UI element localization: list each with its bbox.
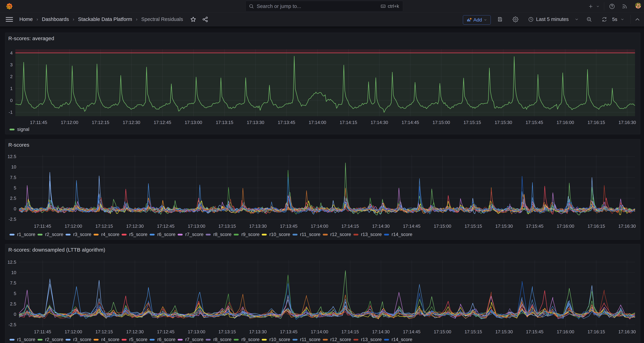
- svg-text:17:12:45: 17:12:45: [157, 223, 174, 229]
- svg-text:17:13:15: 17:13:15: [218, 329, 236, 334]
- svg-text:17:12:15: 17:12:15: [95, 223, 113, 229]
- svg-text:17:14:15: 17:14:15: [341, 329, 359, 334]
- svg-text:17:12:30: 17:12:30: [123, 120, 140, 125]
- svg-text:17:12:15: 17:12:15: [92, 120, 109, 125]
- svg-text:17:15:30: 17:15:30: [494, 120, 512, 125]
- svg-text:17:16:30: 17:16:30: [618, 329, 636, 334]
- svg-text:17:12:30: 17:12:30: [126, 329, 144, 334]
- svg-text:17:16:30: 17:16:30: [618, 120, 636, 125]
- svg-text:17:13:45: 17:13:45: [280, 223, 297, 229]
- svg-text:17:12:00: 17:12:00: [64, 223, 82, 229]
- svg-text:17:14:45: 17:14:45: [402, 120, 419, 125]
- svg-text:17:13:30: 17:13:30: [249, 329, 266, 334]
- svg-text:1: 1: [10, 86, 13, 91]
- svg-text:17:15:00: 17:15:00: [432, 120, 450, 125]
- svg-text:-1: -1: [9, 110, 13, 115]
- svg-text:17:11:45: 17:11:45: [30, 120, 47, 125]
- svg-text:17:13:00: 17:13:00: [188, 329, 205, 334]
- svg-text:-2.5: -2.5: [8, 217, 16, 222]
- svg-text:5: 5: [14, 291, 16, 296]
- svg-text:17:13:15: 17:13:15: [218, 223, 236, 229]
- svg-text:17:14:30: 17:14:30: [372, 223, 390, 229]
- svg-text:17:12:00: 17:12:00: [61, 120, 78, 125]
- svg-text:17:13:30: 17:13:30: [247, 120, 264, 125]
- svg-text:0: 0: [14, 312, 16, 317]
- svg-text:12.5: 12.5: [8, 154, 16, 159]
- svg-text:17:16:00: 17:16:00: [557, 329, 574, 334]
- svg-text:10: 10: [11, 164, 16, 170]
- svg-text:0: 0: [14, 206, 16, 211]
- svg-text:2: 2: [10, 74, 13, 79]
- svg-text:3: 3: [10, 62, 13, 67]
- svg-text:17:15:00: 17:15:00: [434, 329, 451, 334]
- svg-text:17:14:30: 17:14:30: [372, 329, 390, 334]
- svg-text:17:13:30: 17:13:30: [249, 223, 266, 229]
- svg-text:5: 5: [14, 185, 16, 190]
- svg-text:17:16:15: 17:16:15: [588, 329, 605, 334]
- svg-text:17:14:00: 17:14:00: [311, 329, 328, 334]
- svg-text:17:14:45: 17:14:45: [403, 223, 420, 229]
- svg-text:17:14:15: 17:14:15: [340, 120, 357, 125]
- svg-text:17:15:30: 17:15:30: [495, 223, 513, 229]
- svg-text:7.5: 7.5: [10, 175, 16, 180]
- svg-text:17:14:00: 17:14:00: [308, 120, 326, 125]
- svg-text:2.5: 2.5: [10, 301, 16, 306]
- svg-text:17:14:00: 17:14:00: [311, 223, 328, 229]
- svg-text:17:14:30: 17:14:30: [370, 120, 388, 125]
- svg-text:17:16:15: 17:16:15: [588, 223, 605, 229]
- svg-text:10: 10: [11, 270, 16, 275]
- svg-text:17:11:45: 17:11:45: [34, 223, 51, 229]
- svg-text:17:13:45: 17:13:45: [280, 329, 297, 334]
- svg-text:17:15:45: 17:15:45: [526, 223, 543, 229]
- svg-text:17:12:30: 17:12:30: [126, 223, 144, 229]
- svg-text:17:15:45: 17:15:45: [526, 329, 543, 334]
- svg-text:17:15:15: 17:15:15: [464, 223, 482, 229]
- svg-text:17:13:15: 17:13:15: [216, 120, 233, 125]
- svg-text:17:15:45: 17:15:45: [526, 120, 543, 125]
- svg-text:17:13:45: 17:13:45: [278, 120, 295, 125]
- svg-text:17:12:45: 17:12:45: [157, 329, 174, 334]
- svg-text:17:14:45: 17:14:45: [403, 329, 420, 334]
- svg-text:17:16:00: 17:16:00: [556, 120, 574, 125]
- svg-text:17:12:45: 17:12:45: [154, 120, 171, 125]
- svg-text:17:16:15: 17:16:15: [588, 120, 605, 125]
- svg-text:-2.5: -2.5: [8, 322, 16, 327]
- svg-text:17:14:15: 17:14:15: [341, 223, 359, 229]
- svg-text:17:11:45: 17:11:45: [34, 329, 51, 334]
- svg-text:12.5: 12.5: [8, 259, 16, 265]
- svg-text:17:12:15: 17:12:15: [95, 329, 113, 334]
- svg-text:17:15:00: 17:15:00: [434, 223, 451, 229]
- svg-text:17:15:15: 17:15:15: [464, 120, 481, 125]
- svg-text:17:15:30: 17:15:30: [495, 329, 513, 334]
- svg-text:17:13:00: 17:13:00: [188, 223, 205, 229]
- svg-text:17:16:00: 17:16:00: [557, 223, 574, 229]
- svg-text:17:15:15: 17:15:15: [464, 329, 482, 334]
- svg-text:17:13:00: 17:13:00: [184, 120, 202, 125]
- svg-text:2.5: 2.5: [10, 196, 16, 201]
- svg-text:7.5: 7.5: [10, 280, 16, 285]
- svg-text:0: 0: [10, 98, 13, 103]
- svg-text:17:12:00: 17:12:00: [64, 329, 82, 334]
- svg-text:17:16:30: 17:16:30: [618, 223, 636, 229]
- svg-text:4: 4: [10, 50, 13, 56]
